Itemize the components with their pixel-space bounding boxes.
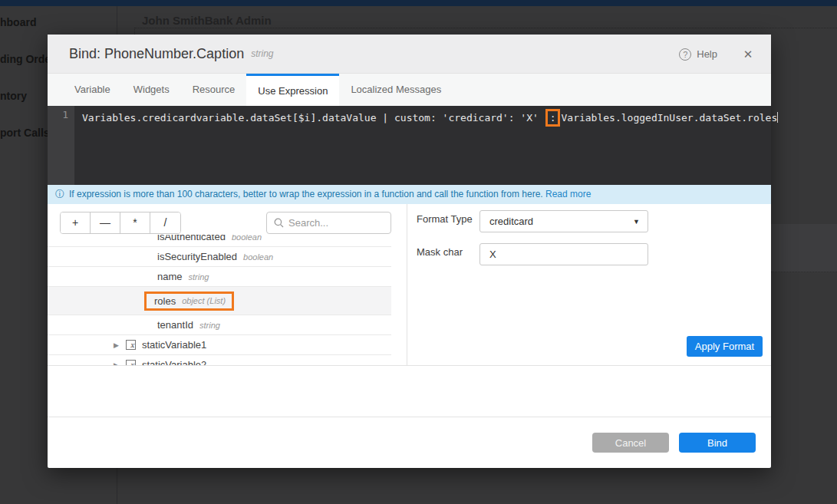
tree-node-label: staticVariable1 — [142, 339, 206, 351]
tree-node-type: string — [189, 272, 209, 282]
content-bottom-divider — [48, 365, 771, 366]
format-type-select[interactable]: creditcard ▼ — [479, 210, 648, 232]
sidebar-item-inventory[interactable]: ntory — [0, 90, 27, 102]
tree-row-tenantid[interactable]: tenantId string — [48, 315, 391, 335]
tree-node-label: name — [157, 271, 183, 282]
editor-line-number: 1 — [48, 106, 74, 185]
search-icon — [274, 218, 284, 228]
tree-row-staticvariable1[interactable]: ▶ x staticVariable1 — [48, 335, 391, 355]
cancel-button[interactable]: Cancel — [592, 433, 669, 453]
tab-use-expression[interactable]: Use Expression — [246, 74, 339, 106]
tree-row-isauthenticated[interactable]: isAuthenticated boolean — [48, 235, 391, 247]
text-caret — [777, 112, 778, 123]
tab-widgets[interactable]: Widgets — [122, 74, 181, 106]
expression-info-banner: ⓘIf expression is more than 100 characte… — [48, 185, 771, 204]
tab-resource[interactable]: Resource — [181, 74, 247, 106]
chevron-right-icon[interactable]: ▶ — [114, 361, 119, 366]
tree-node-label: isAuthenticated — [157, 235, 226, 242]
tree-node-label: roles — [154, 295, 176, 307]
search-input[interactable] — [288, 217, 381, 229]
mask-char-input[interactable] — [479, 243, 648, 265]
tree-node-label: isSecurityEnabled — [157, 251, 237, 262]
static-variable-icon: x — [126, 340, 136, 350]
background-panel-band — [771, 224, 837, 272]
sidebar-item-dashboard[interactable]: hboard — [0, 16, 36, 28]
static-variable-icon: x — [126, 360, 136, 365]
format-type-value: creditcard — [489, 216, 633, 227]
expression-before: Variables.credicardvariable.dataSet[$i].… — [82, 112, 545, 124]
plus-operator-button[interactable]: + — [61, 212, 91, 233]
variable-tree: isAuthenticated boolean isSecurityEnable… — [48, 235, 407, 365]
minus-operator-button[interactable]: — — [91, 212, 120, 233]
tree-node-type: string — [199, 321, 220, 330]
tree-node-type: boolean — [243, 252, 273, 262]
expression-after: Variables.loggedInUser.dataSet.roles — [561, 112, 777, 124]
page-user-header: John SmithBank Admin — [142, 14, 272, 27]
dialog-title: Bind: PhoneNumber.Caption — [69, 46, 244, 62]
sidebar-item-pending-order[interactable]: ding Order — [0, 53, 55, 65]
expression-code-line[interactable]: Variables.credicardvariable.dataSet[$i].… — [82, 109, 778, 127]
read-more-link[interactable]: Read more — [545, 189, 591, 199]
info-icon: ⓘ — [55, 189, 64, 199]
tab-variable[interactable]: Variable — [63, 74, 122, 106]
panel-divider — [407, 204, 407, 365]
tree-row-name[interactable]: name string — [48, 267, 391, 287]
tree-node-label: staticVariable2 — [142, 359, 206, 365]
mask-char-label: Mask char — [417, 246, 463, 258]
operator-button-group: + — * / — [60, 212, 181, 234]
tree-row-roles-selected[interactable]: roles object (List) — [48, 287, 391, 315]
dialog-title-type: string — [251, 48, 273, 59]
multiply-operator-button[interactable]: * — [120, 212, 150, 233]
info-banner-text: If expression is more than 100 character… — [69, 189, 543, 199]
tree-node-type: object (List) — [182, 296, 226, 305]
top-navbar — [0, 0, 837, 6]
format-type-label: Format Type — [417, 213, 473, 225]
expression-highlighted-token: : — [545, 109, 561, 127]
tree-node-label: tenantId — [157, 319, 193, 331]
variable-search-box[interactable] — [266, 212, 391, 234]
help-icon: ? — [679, 48, 691, 61]
chevron-right-icon[interactable]: ▶ — [114, 341, 119, 349]
tree-node-type: boolean — [232, 235, 262, 242]
roles-highlight-box: roles object (List) — [144, 292, 234, 311]
dialog-header: Bind: PhoneNumber.Caption string ? Help … — [48, 35, 771, 74]
tree-row-staticvariable2[interactable]: ▶ x staticVariable2 — [48, 355, 391, 365]
divide-operator-button[interactable]: / — [150, 212, 180, 233]
sidebar-item-support-calls[interactable]: port Calls — [0, 127, 50, 139]
apply-format-button[interactable]: Apply Format — [687, 336, 763, 357]
dialog-tabbar: Variable Widgets Resource Use Expression… — [48, 74, 771, 106]
tree-row-issecurityenabled[interactable]: isSecurityEnabled boolean — [48, 247, 391, 267]
chevron-down-icon: ▼ — [633, 218, 640, 226]
close-icon[interactable]: ✕ — [739, 35, 757, 74]
expression-editor[interactable]: 1 Variables.credicardvariable.dataSet[$i… — [48, 106, 771, 185]
help-button[interactable]: ? Help — [679, 35, 717, 74]
bind-dialog: Bind: PhoneNumber.Caption string ? Help … — [48, 35, 771, 468]
footer-divider — [48, 417, 771, 417]
help-label: Help — [697, 48, 717, 60]
bind-button[interactable]: Bind — [679, 433, 756, 453]
tab-localized-messages[interactable]: Localized Messages — [339, 74, 453, 106]
